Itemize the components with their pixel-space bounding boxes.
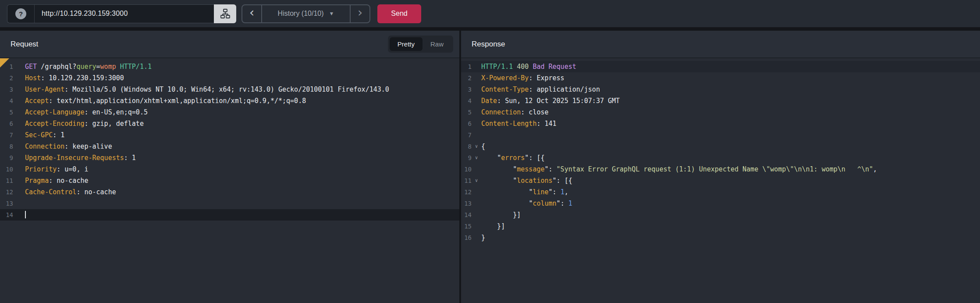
line-content[interactable]: User-Agent: Mozilla/5.0 (Windows NT 10.0… — [25, 84, 459, 95]
line-number: 4 — [461, 95, 472, 107]
line-content[interactable]: GET /graphql?query=womp HTTP/1.1 — [25, 61, 459, 72]
code-line[interactable]: 3User-Agent: Mozilla/5.0 (Windows NT 10.… — [0, 84, 459, 95]
history-prev-button[interactable]: ‹ — [242, 5, 262, 22]
token-hname: Sec-GPC — [25, 131, 53, 139]
code-line[interactable]: 11Pragma: no-cache — [0, 175, 459, 186]
line-number: 6 — [0, 118, 13, 129]
code-line[interactable]: 10Priority: u=0, i — [0, 164, 459, 175]
token-plain: : 141 — [536, 120, 556, 128]
response-panel-header: Response — [461, 31, 980, 58]
line-number: 5 — [0, 107, 13, 118]
fold-spacer — [13, 84, 25, 95]
token-plain: , — [873, 165, 877, 173]
fold-arrow-icon[interactable]: ∨ — [472, 141, 481, 152]
fold-spacer — [472, 209, 481, 221]
token-plain: : keep-alive — [64, 143, 112, 150]
code-line[interactable]: 1GET /graphql?query=womp HTTP/1.1 — [0, 61, 459, 72]
code-line[interactable]: 9Upgrade-Insecure-Requests: 1 — [0, 152, 459, 164]
token-plain: : [{ — [529, 154, 544, 162]
line-content[interactable]: Accept-Language: en-US,en;q=0.5 — [25, 107, 459, 118]
token-punct: " — [513, 177, 517, 185]
code-line[interactable]: 8Connection: keep-alive — [0, 141, 459, 152]
code-line[interactable]: 2Host: 10.129.230.159:3000 — [0, 72, 459, 84]
line-number: 7 — [0, 129, 13, 141]
line-number: 8 — [461, 141, 472, 152]
code-line: 6Content-Length: 141 — [461, 118, 980, 129]
token-plain: : 1 — [124, 154, 136, 162]
token-plain: } — [481, 234, 485, 242]
code-line[interactable]: 6Accept-Encoding: gzip, deflate — [0, 118, 459, 129]
token-plain — [481, 165, 513, 173]
token-reason: Bad Request — [533, 63, 576, 71]
tab-raw[interactable]: Raw — [423, 37, 451, 51]
code-line: 2X-Powered-By: Express — [461, 72, 980, 84]
fold-spacer — [472, 107, 481, 118]
token-key: errors — [501, 154, 525, 162]
sitemap-button[interactable] — [214, 4, 236, 23]
token-plain: : 1 — [53, 131, 64, 139]
line-content[interactable] — [25, 198, 459, 209]
fold-spacer — [13, 129, 25, 141]
token-hname: X-Powered-By — [481, 74, 529, 82]
line-number: 15 — [461, 221, 472, 232]
code-line: 8∨{ — [461, 141, 980, 152]
fold-arrow-icon[interactable]: ∨ — [472, 175, 481, 186]
code-line: 12 "line": 1, — [461, 186, 980, 198]
tab-pretty[interactable]: Pretty — [390, 37, 423, 51]
code-line[interactable]: 5Accept-Language: en-US,en;q=0.5 — [0, 107, 459, 118]
line-content[interactable]: Accept: text/html,application/xhtml+xml,… — [25, 95, 459, 107]
app: ? http://10.129.230.159:3000 ‹ History (… — [0, 0, 980, 303]
code-line[interactable]: 12Cache-Control: no-cache — [0, 186, 459, 198]
line-number: 1 — [461, 61, 472, 72]
request-editor[interactable]: 1GET /graphql?query=womp HTTP/1.12Host: … — [0, 58, 459, 303]
help-button[interactable]: ? — [7, 5, 35, 23]
code-line: 13 "column": 1 — [461, 198, 980, 209]
token-version: HTTP/1.1 — [481, 63, 513, 71]
line-number: 5 — [461, 107, 472, 118]
token-key: message — [517, 165, 544, 173]
fold-spacer — [472, 186, 481, 198]
code-line[interactable]: 14 — [0, 209, 459, 221]
line-content: Content-Length: 141 — [481, 118, 980, 129]
line-content[interactable]: Connection: keep-alive — [25, 141, 459, 152]
token-plain: : en-US,en;q=0.5 — [84, 108, 148, 116]
history-next-button[interactable]: › — [350, 5, 369, 22]
token-key: line — [533, 188, 548, 196]
line-content[interactable]: Cache-Control: no-cache — [25, 186, 459, 198]
url-field[interactable]: ? http://10.129.230.159:3000 — [7, 4, 214, 23]
line-content[interactable]: Accept-Encoding: gzip, deflate — [25, 118, 459, 129]
token-hname: Content-Length — [481, 120, 536, 128]
token-hname: Connection — [25, 143, 64, 150]
fold-spacer — [13, 141, 25, 152]
code-line: 9∨ "errors": [{ — [461, 152, 980, 164]
response-editor[interactable]: 1HTTP/1.1 400 Bad Request2X-Powered-By: … — [461, 58, 980, 303]
token-plain: }] — [481, 211, 521, 219]
toolbar: ? http://10.129.230.159:3000 ‹ History (… — [0, 0, 980, 27]
panels: Request Pretty Raw 1GET /graphql?query=w… — [0, 31, 980, 303]
line-content[interactable]: Priority: u=0, i — [25, 164, 459, 175]
token-hname: Content-Type — [481, 86, 529, 93]
line-content[interactable] — [25, 209, 459, 221]
code-line[interactable]: 7Sec-GPC: 1 — [0, 129, 459, 141]
code-line[interactable]: 4Accept: text/html,application/xhtml+xml… — [0, 95, 459, 107]
send-button[interactable]: Send — [377, 4, 421, 23]
token-key: column — [533, 200, 556, 207]
code-line[interactable]: 13 — [0, 198, 459, 209]
url-input[interactable]: http://10.129.230.159:3000 — [35, 10, 128, 18]
line-content: HTTP/1.1 400 Bad Request — [481, 61, 980, 72]
fold-spacer — [472, 118, 481, 129]
token-punct: " — [557, 200, 561, 207]
fold-arrow-icon[interactable]: ∨ — [472, 152, 481, 164]
line-content: X-Powered-By: Express — [481, 72, 980, 84]
code-line: 4Date: Sun, 12 Oct 2025 15:07:37 GMT — [461, 95, 980, 107]
token-plain — [481, 188, 529, 196]
line-content[interactable]: Pragma: no-cache — [25, 175, 459, 186]
line-content: "errors": [{ — [481, 152, 980, 164]
fold-spacer — [472, 95, 481, 107]
token-plain: : Sun, 12 Oct 2025 15:07:37 GMT — [497, 97, 620, 105]
response-panel: Response 1HTTP/1.1 400 Bad Request2X-Pow… — [461, 31, 980, 303]
line-content[interactable]: Host: 10.129.230.159:3000 — [25, 72, 459, 84]
line-content[interactable]: Upgrade-Insecure-Requests: 1 — [25, 152, 459, 164]
history-dropdown[interactable]: History (10/10) ▼ — [262, 5, 350, 22]
line-content[interactable]: Sec-GPC: 1 — [25, 129, 459, 141]
